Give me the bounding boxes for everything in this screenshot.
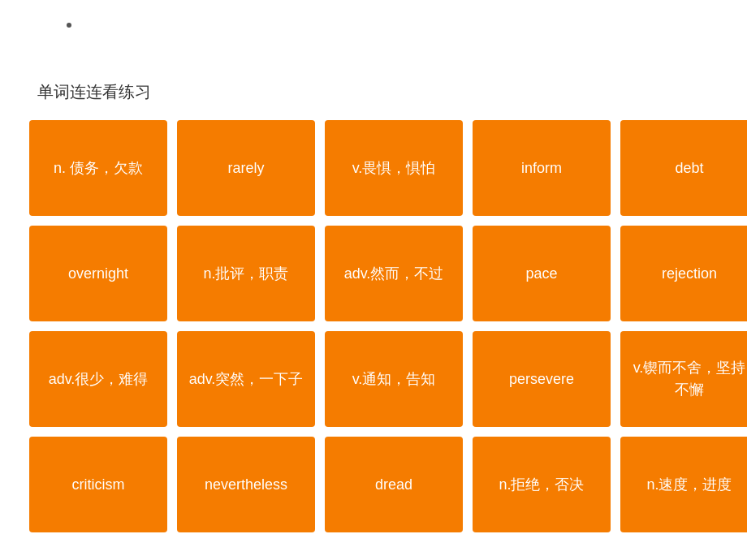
- decorative-dot: [67, 23, 71, 28]
- card-text-19: n.拒绝，否决: [499, 474, 584, 496]
- card-text-9: pace: [525, 263, 557, 285]
- card-text-14: persevere: [509, 368, 574, 390]
- card-17[interactable]: nevertheless: [177, 437, 315, 532]
- card-text-11: adv.很少，难得: [49, 368, 149, 390]
- card-13[interactable]: v.通知，告知: [325, 331, 463, 427]
- card-15[interactable]: v.锲而不舍，坚持不懈: [620, 331, 747, 427]
- card-text-3: v.畏惧，惧怕: [352, 157, 436, 179]
- card-11[interactable]: adv.很少，难得: [29, 331, 167, 427]
- card-text-4: inform: [521, 157, 562, 179]
- card-16[interactable]: criticism: [29, 437, 167, 532]
- card-5[interactable]: debt: [620, 120, 747, 216]
- card-3[interactable]: v.畏惧，惧怕: [325, 120, 463, 216]
- card-text-10: rejection: [662, 263, 717, 285]
- card-19[interactable]: n.拒绝，否决: [473, 437, 611, 532]
- card-text-13: v.通知，告知: [352, 368, 436, 390]
- cards-grid: n. 债务，欠款rarelyv.畏惧，惧怕informdebtovernight…: [29, 120, 747, 532]
- card-18[interactable]: dread: [325, 437, 463, 532]
- card-4[interactable]: inform: [473, 120, 611, 216]
- card-text-7: n.批评，职责: [203, 263, 288, 285]
- card-text-5: debt: [675, 157, 703, 179]
- card-text-1: n. 债务，欠款: [54, 157, 143, 179]
- card-14[interactable]: persevere: [473, 331, 611, 427]
- card-text-8: adv.然而，不过: [344, 263, 444, 285]
- card-text-15: v.锲而不舍，坚持不懈: [630, 357, 747, 401]
- card-text-16: criticism: [72, 474, 125, 496]
- card-6[interactable]: overnight: [29, 226, 167, 321]
- card-text-6: overnight: [68, 263, 128, 285]
- card-20[interactable]: n.速度，进度: [620, 437, 747, 532]
- card-text-20: n.速度，进度: [646, 474, 732, 496]
- card-text-17: nevertheless: [205, 474, 287, 496]
- card-1[interactable]: n. 债务，欠款: [29, 120, 167, 216]
- card-text-2: rarely: [227, 157, 264, 179]
- card-10[interactable]: rejection: [620, 226, 747, 321]
- page-title: 单词连连看练习: [37, 81, 151, 103]
- card-text-18: dread: [375, 474, 412, 496]
- card-7[interactable]: n.批评，职责: [177, 226, 315, 321]
- card-2[interactable]: rarely: [177, 120, 315, 216]
- card-12[interactable]: adv.突然，一下子: [177, 331, 315, 427]
- card-8[interactable]: adv.然而，不过: [325, 226, 463, 321]
- card-text-12: adv.突然，一下子: [189, 368, 304, 390]
- card-9[interactable]: pace: [473, 226, 611, 321]
